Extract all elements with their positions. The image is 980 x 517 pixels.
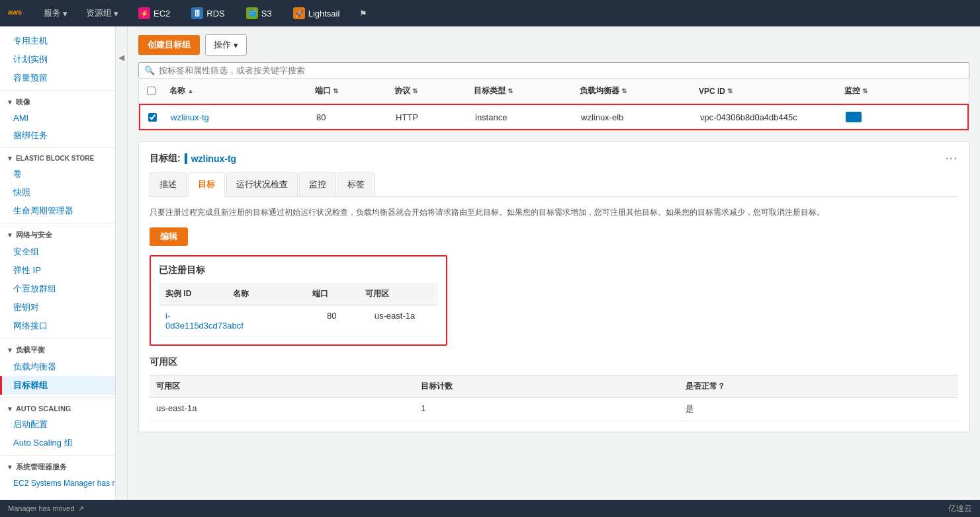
col-header-name[interactable]: 名称 ▲ xyxy=(163,83,308,99)
col-header-target-type[interactable]: 目标类型 ⇅ xyxy=(467,83,573,99)
col-header-protocol[interactable]: 协议 ⇅ xyxy=(388,83,467,99)
col-header-monitor[interactable]: 监控 ⇅ xyxy=(838,83,904,99)
search-input[interactable] xyxy=(159,65,390,75)
sidebar-item-security-groups[interactable]: 安全组 xyxy=(0,243,115,261)
sidebar-item-bundle-tasks[interactable]: 捆绑任务 xyxy=(0,126,115,145)
brand-watermark: 亿速云 xyxy=(948,503,972,514)
available-zones-title: 可用区 xyxy=(150,356,958,368)
sidebar-item-ami[interactable]: AMI xyxy=(0,110,115,126)
cell-name[interactable]: wzlinux-tg xyxy=(164,110,310,125)
bookmarks-icon[interactable]: ⚑ xyxy=(355,6,371,21)
proto-sort-icon: ⇅ xyxy=(412,87,418,95)
tab-description[interactable]: 描述 xyxy=(150,173,187,196)
col-header-port[interactable]: 端口 ⇅ xyxy=(308,83,388,99)
tab-targets[interactable]: 目标 xyxy=(188,173,225,197)
sidebar-header-ebs[interactable]: ▼ ELASTIC BLOCK STORE xyxy=(0,151,115,165)
services-menu[interactable]: 服务 ▾ xyxy=(40,5,71,22)
sidebar-item-placement-groups[interactable]: 个置放群组 xyxy=(0,280,115,298)
sidebar-item-lifecycle-manager[interactable]: 生命周期管理器 xyxy=(0,202,115,220)
registered-targets-row[interactable]: i-0d3e115d3cd73abcf 80 us-east-1a xyxy=(159,305,438,337)
tab-monitoring[interactable]: 监控 xyxy=(299,173,336,196)
sidebar-divider-3 xyxy=(0,223,115,223)
az-cell-count: 1 xyxy=(414,402,679,417)
header-checkbox-cell[interactable] xyxy=(139,87,163,95)
az-cell-zone: us-east-1a xyxy=(150,402,414,417)
services-chevron-icon: ▾ xyxy=(63,9,67,19)
sidebar-divider-5 xyxy=(0,397,115,398)
sidebar-item-snapshots[interactable]: 快照 xyxy=(0,183,115,202)
sidebar-item-key-pairs[interactable]: 密钥对 xyxy=(0,298,115,317)
sidebar-item-load-balancers[interactable]: 负载均衡器 xyxy=(0,358,115,376)
main-layout: 专用主机 计划实例 容量预留 ▼ 映像 AMI 捆绑任务 ▼ ELASTIC B… xyxy=(0,26,980,500)
name-sort-icon: ▲ xyxy=(187,87,194,95)
ec2-icon: ⚡ xyxy=(138,7,150,19)
cell-load-balancer: wzlinux-elb xyxy=(574,110,693,125)
aws-logo: aws xyxy=(8,7,29,20)
sidebar-item-capacity-reservations[interactable]: 容量预留 xyxy=(0,69,115,87)
row-checkbox[interactable] xyxy=(148,113,157,122)
table-header-row: 名称 ▲ 端口 ⇅ 协议 ⇅ 目标类型 ⇅ 负载均衡器 ⇅ xyxy=(139,79,969,104)
cell-protocol: HTTP xyxy=(389,110,468,125)
actions-button[interactable]: 操作 ▾ xyxy=(205,34,247,56)
sidebar-header-network[interactable]: ▼ 网络与安全 xyxy=(0,226,115,243)
sidebar-item-ec2-systems-manager[interactable]: EC2 Systems Manager has moved xyxy=(0,475,115,493)
resources-menu[interactable]: 资源组 ▾ xyxy=(82,5,122,22)
sidebar-item-target-groups[interactable]: 目标群组 xyxy=(0,376,115,395)
s3-icon: 🪣 xyxy=(246,7,258,19)
col-header-load-balancer[interactable]: 负载均衡器 ⇅ xyxy=(573,83,692,99)
az-cell-health: 是 xyxy=(679,402,958,417)
reg-cell-port: 80 xyxy=(320,309,368,332)
select-all-checkbox[interactable] xyxy=(147,87,156,95)
monitor-sort-icon: ⇅ xyxy=(862,87,868,95)
tab-tags[interactable]: 标签 xyxy=(337,173,375,196)
rds-service-link[interactable]: 🗄 RDS xyxy=(186,5,230,22)
network-collapse-icon: ▼ xyxy=(7,231,13,239)
detail-title-bar xyxy=(185,153,187,164)
sidebar-header-systems-manager[interactable]: ▼ 系统管理器服务 xyxy=(0,458,115,475)
create-target-group-button[interactable]: 创建目标组 xyxy=(138,35,200,55)
rds-icon: 🗄 xyxy=(191,7,203,19)
sidebar-header-load-balancing[interactable]: ▼ 负载平衡 xyxy=(0,341,115,358)
sidebar-item-elastic-ip[interactable]: 弹性 IP xyxy=(0,261,115,280)
search-bar[interactable]: 🔍 xyxy=(138,62,969,78)
sidebar-item-network-interfaces[interactable]: 网络接口 xyxy=(0,317,115,335)
detail-title: 目标组: wzlinux-tg ··· xyxy=(150,153,958,165)
monitor-chart-icon xyxy=(846,112,862,122)
edit-button[interactable]: 编辑 xyxy=(150,227,188,246)
registered-targets-header: 实例 ID 名称 端口 可用区 xyxy=(159,283,438,305)
sidebar-header-auto-scaling[interactable]: ▼ AUTO SCALING xyxy=(0,401,115,415)
sidebar-item-volumes[interactable]: 卷 xyxy=(0,165,115,183)
sidebar-item-launch-configurations[interactable]: 启动配置 xyxy=(0,415,115,434)
az-col-count: 目标计数 xyxy=(414,378,679,395)
type-sort-icon: ⇅ xyxy=(508,87,513,95)
registered-targets-title: 已注册目标 xyxy=(159,264,438,276)
detail-tabs: 描述 目标 运行状况检查 监控 标签 xyxy=(150,173,958,197)
images-collapse-icon: ▼ xyxy=(7,99,13,106)
tab-health-check[interactable]: 运行状况检查 xyxy=(226,173,298,196)
row-checkbox-cell[interactable] xyxy=(140,113,164,122)
lightsail-service-link[interactable]: 🚀 Lightsail xyxy=(288,5,345,22)
reg-cell-name xyxy=(250,309,320,332)
sidebar-item-auto-scaling-groups[interactable]: Auto Scaling 组 xyxy=(0,434,115,452)
ec2-service-link[interactable]: ⚡ EC2 xyxy=(133,5,175,22)
detail-options-icon[interactable]: ··· xyxy=(946,153,958,165)
sidebar-header-images[interactable]: ▼ 映像 xyxy=(0,93,115,110)
sidebar-item-dedicated-hosts[interactable]: 专用主机 xyxy=(0,32,115,50)
sidebar-collapse-toggle[interactable]: ◀ xyxy=(116,26,128,500)
ebs-collapse-icon: ▼ xyxy=(7,155,13,162)
table-row[interactable]: wzlinux-tg 80 HTTP instance wzlinux-elb … xyxy=(139,104,969,130)
collapse-arrow-icon: ◀ xyxy=(118,53,124,62)
svg-text:aws: aws xyxy=(8,8,22,16)
s3-service-link[interactable]: 🪣 S3 xyxy=(241,5,277,22)
available-zones-section: 可用区 可用区 目标计数 是否正常？ us-east-1a xyxy=(150,356,958,421)
resources-chevron-icon: ▾ xyxy=(114,9,118,19)
external-link-icon: ↗ xyxy=(78,504,84,513)
col-header-vpc-id[interactable]: VPC ID ⇅ xyxy=(692,84,838,99)
az-col-health: 是否正常？ xyxy=(679,378,958,395)
sidebar: 专用主机 计划实例 容量预留 ▼ 映像 AMI 捆绑任务 ▼ ELASTIC B… xyxy=(0,26,116,500)
reg-cell-instance-id[interactable]: i-0d3e115d3cd73abcf xyxy=(159,309,250,332)
sidebar-divider-2 xyxy=(0,147,115,148)
as-collapse-icon: ▼ xyxy=(7,405,13,413)
bottom-bar: Manager has moved ↗ 亿速云 xyxy=(0,500,980,517)
sidebar-item-scheduled-instances[interactable]: 计划实例 xyxy=(0,50,115,69)
